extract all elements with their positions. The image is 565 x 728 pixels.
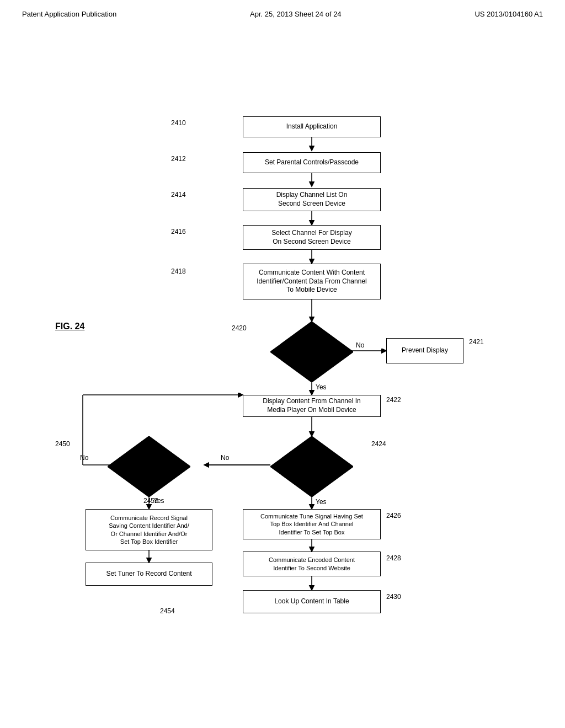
node-2422-label: 2422 xyxy=(386,396,401,404)
box-2428: Communicate Encoded Content Identifier T… xyxy=(243,552,381,576)
diamond-2424: Gesture Identified In Media Player Area? xyxy=(270,436,353,497)
node-2412-label: 2412 xyxy=(171,155,186,163)
svg-marker-19 xyxy=(270,322,353,382)
node-2414-label: 2414 xyxy=(171,191,186,199)
box-comm-record: Communicate Record Signal Saving Content… xyxy=(86,509,212,550)
yes-label-2424: Yes xyxy=(316,498,327,506)
figure-label: FIG. 24 xyxy=(55,322,84,331)
yes-label-2420: Yes xyxy=(316,383,327,391)
flowchart-diagram: FIG. 24 2410 Install Application 2412 Se… xyxy=(0,29,565,691)
svg-text:Does: Does xyxy=(305,338,318,344)
svg-text:Gesture: Gesture xyxy=(302,454,322,461)
box-2426: Communicate Tune Signal Having Set Top B… xyxy=(243,509,381,539)
node-2420-label: 2420 xyxy=(232,324,247,332)
svg-text:Record: Record xyxy=(140,454,158,461)
box-set-tuner: Set Tuner To Record Content xyxy=(86,563,212,586)
svg-text:From Media: From Media xyxy=(134,470,164,476)
no-label-2450: No xyxy=(80,454,88,462)
box-2421: Prevent Display xyxy=(386,338,463,363)
node-2454-label: 2454 xyxy=(160,607,175,615)
diamond-2420: Does Content Meet Parental Settings? xyxy=(270,322,353,382)
header-left: Patent Application Publication xyxy=(22,10,116,18)
svg-text:Content Selected: Content Selected xyxy=(128,462,170,468)
node-2430-label: 2430 xyxy=(386,593,401,601)
box-2430: Look Up Content In Table xyxy=(243,590,381,613)
svg-text:Meet Parental: Meet Parental xyxy=(295,353,329,359)
box-2414: Display Channel List On Second Screen De… xyxy=(243,188,381,211)
svg-text:Player Area?: Player Area? xyxy=(296,470,328,476)
node-2410-label: 2410 xyxy=(171,119,186,127)
diamond-2450: Record Content Selected From Media Playe… xyxy=(108,436,190,497)
node-2428-label: 2428 xyxy=(386,554,401,562)
svg-text:Content: Content xyxy=(302,345,321,351)
node-2424-label: 2424 xyxy=(371,440,386,448)
svg-text:Settings?: Settings? xyxy=(300,361,323,367)
svg-text:Identified In Media: Identified In Media xyxy=(289,462,334,468)
page-header: Patent Application Publication Apr. 25, … xyxy=(0,0,565,24)
box-2418: Communicate Content With Content Identif… xyxy=(243,264,381,299)
box-2422: Display Content From Channel In Media Pl… xyxy=(243,395,381,417)
node-2426-label: 2426 xyxy=(386,512,401,520)
no-label-2420: No xyxy=(356,341,364,349)
node-2421-label: 2421 xyxy=(469,338,484,346)
box-2410: Install Application xyxy=(243,116,381,137)
box-2412: Set Parental Controls/Passcode xyxy=(243,152,381,173)
node-2418-label: 2418 xyxy=(171,267,186,275)
node-2450-label: 2450 xyxy=(55,440,70,448)
header-middle: Apr. 25, 2013 Sheet 24 of 24 xyxy=(250,10,342,18)
node-2452-label: 2452 xyxy=(143,497,158,505)
node-2416-label: 2416 xyxy=(171,228,186,235)
box-2416: Select Channel For Display On Second Scr… xyxy=(243,225,381,250)
svg-text:Player?: Player? xyxy=(140,478,158,484)
no-label-2424: No xyxy=(221,454,229,462)
header-right: US 2013/0104160 A1 xyxy=(475,10,543,18)
